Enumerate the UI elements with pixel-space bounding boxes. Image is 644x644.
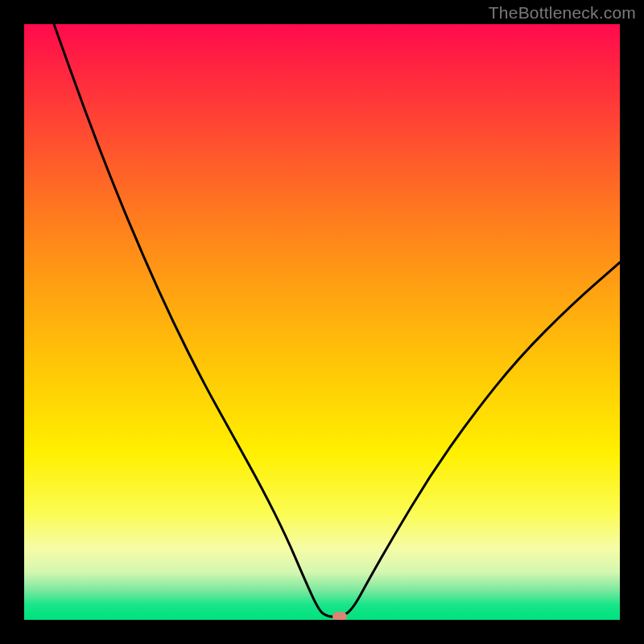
plot-area <box>24 24 620 620</box>
bottleneck-curve-path <box>54 24 620 617</box>
curve-svg <box>24 24 620 620</box>
watermark-text: TheBottleneck.com <box>489 3 636 23</box>
chart-frame: TheBottleneck.com <box>0 0 644 644</box>
optimal-marker <box>332 612 347 620</box>
